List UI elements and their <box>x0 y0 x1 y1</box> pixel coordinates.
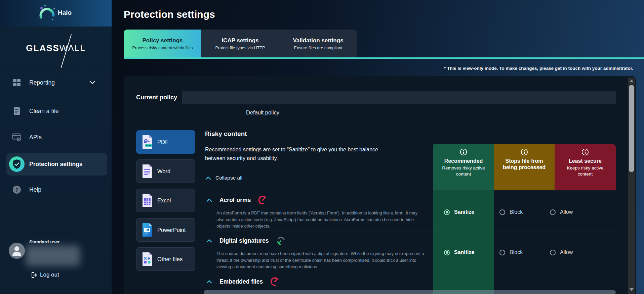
info-icon <box>581 148 589 156</box>
divider <box>204 231 616 231</box>
column-header-block: Stops file from being processed <box>494 144 555 190</box>
tab-icap-settings[interactable]: ICAP settings Protect file types via HTT… <box>201 30 279 58</box>
risky-content-heading: Risky content <box>205 130 247 138</box>
document-icon <box>12 106 22 116</box>
avatar <box>9 243 25 259</box>
radio-digital-signatures-allow[interactable]: Allow <box>550 249 573 255</box>
tab-policy-settings[interactable]: Policy settings Process risky content wi… <box>124 30 201 58</box>
file-type-label: Word <box>157 168 170 175</box>
radio-label: Sanitize <box>454 209 474 215</box>
chevron-up-icon[interactable] <box>206 239 212 243</box>
sidebar: Halo GLASSWALL Reporting <box>0 0 112 294</box>
glasswall-logo: GLASSWALL <box>0 43 112 53</box>
file-type-word[interactable]: Word <box>136 159 195 183</box>
file-type-other-files[interactable]: Other files <box>136 247 195 271</box>
column-title: Recommended <box>433 158 494 164</box>
radio-icon <box>499 250 505 255</box>
view-only-note: * This is view-only mode. To make change… <box>112 66 633 71</box>
tab-label: Validation settings <box>293 37 343 44</box>
file-type-label: PowerPoint <box>157 227 186 233</box>
section-description: The source document may have been signed… <box>216 250 425 270</box>
section-title: Embedded files <box>219 278 263 285</box>
radio-label: Allow <box>560 209 573 215</box>
powerpoint-file-icon <box>141 223 153 237</box>
sidebar-item-label: Reporting <box>29 79 55 86</box>
chevron-up-icon[interactable] <box>206 198 212 202</box>
scrollbar-up-arrow[interactable] <box>630 80 634 82</box>
tab-validation-settings[interactable]: Validation settings Ensure files are com… <box>279 30 357 58</box>
radio-selected-icon <box>444 250 450 255</box>
radio-icon <box>550 209 556 215</box>
risky-content-intro: Recommended settings are set to “Sanitiz… <box>205 145 378 163</box>
column-title: Stops file from being processed <box>494 158 555 170</box>
info-icon <box>521 148 528 156</box>
pdf-file-icon: PDF <box>141 135 153 149</box>
word-file-icon <box>141 164 153 178</box>
column-header-least-secure: Least secure Keeps risky active content <box>555 144 616 190</box>
sidebar-item-label: APIs <box>29 134 42 141</box>
sidebar-item-help[interactable]: ? Help <box>0 180 112 199</box>
sidebar-item-reporting[interactable]: Reporting <box>0 73 112 92</box>
chevron-up-icon <box>205 176 211 180</box>
policy-select[interactable]: Default policy <box>182 91 616 104</box>
sidebar-item-apis[interactable]: </> APIs <box>0 128 112 147</box>
radio-selected-icon <box>444 209 450 215</box>
intro-line-1: Recommended settings are set to “Sanitiz… <box>205 145 378 154</box>
glasswall-logo-bold: GLASS <box>26 43 59 53</box>
horizontal-scrollbar[interactable] <box>204 290 616 294</box>
svg-text:PDF: PDF <box>146 144 151 147</box>
logout-button[interactable]: Log out <box>31 272 59 278</box>
risk-high-gauge-icon <box>258 196 267 205</box>
risk-low-gauge-icon <box>276 236 285 245</box>
product-name: Halo <box>58 9 72 16</box>
radio-acroforms-allow[interactable]: Allow <box>550 209 573 215</box>
collapse-all-label: Collapse all <box>215 175 242 181</box>
username-redacted <box>26 245 80 266</box>
file-type-excel[interactable]: Excel <box>136 189 195 212</box>
collapse-all-button[interactable]: Collapse all <box>205 175 242 181</box>
radio-digital-signatures-sanitize[interactable]: Sanitize <box>444 249 474 255</box>
radio-digital-signatures-block[interactable]: Block <box>499 249 523 255</box>
chevron-up-icon[interactable] <box>206 280 212 284</box>
sidebar-item-label: Clean a file <box>29 108 59 115</box>
section-digital-signatures-header: Digital signatures <box>206 236 285 245</box>
svg-text:</>: </> <box>14 137 18 139</box>
file-type-powerpoint[interactable]: PowerPoint <box>136 218 195 242</box>
column-subtitle: Removes risky active content <box>433 165 494 177</box>
main-area: Protection settings Policy settings Proc… <box>112 0 644 294</box>
halo-logo-icon <box>38 4 56 22</box>
chevron-down-icon[interactable] <box>89 81 95 84</box>
radio-label: Allow <box>560 249 573 255</box>
excel-file-icon <box>141 194 153 207</box>
radio-label: Block <box>510 209 523 215</box>
person-icon <box>9 243 25 259</box>
section-embedded-files-header: Embedded files <box>206 277 279 286</box>
radio-label: Sanitize <box>454 249 474 255</box>
sidebar-item-label: Help <box>29 186 41 193</box>
tab-label: ICAP settings <box>222 37 258 44</box>
user-role-label: Standard user <box>29 239 60 244</box>
radio-acroforms-sanitize[interactable]: Sanitize <box>444 209 474 215</box>
sidebar-item-clean-a-file[interactable]: Clean a file <box>0 102 112 120</box>
logout-label: Log out <box>40 272 59 278</box>
tab-label: Policy settings <box>143 37 183 44</box>
tab-sublabel: Protect file types via HTTP <box>215 46 265 50</box>
page-title: Protection settings <box>124 9 215 20</box>
risk-high-gauge-icon <box>270 277 279 286</box>
tab-bar: Policy settings Process risky content wi… <box>124 30 357 58</box>
column-header-recommended: Recommended Removes risky active content <box>433 144 494 190</box>
svg-text:?: ? <box>15 187 18 193</box>
file-type-label: PDF <box>157 139 168 145</box>
scrollbar-thumb[interactable] <box>629 85 634 172</box>
section-title: AcroForms <box>219 197 251 204</box>
intro-line-2: between security and usability. <box>205 154 378 163</box>
current-policy-label: Current policy <box>136 94 177 101</box>
radio-label: Block <box>510 249 523 255</box>
file-type-pdf[interactable]: PDF PDF <box>136 130 195 154</box>
divider <box>136 117 616 117</box>
scrollbar-down-arrow[interactable] <box>630 288 634 291</box>
radio-acroforms-block[interactable]: Block <box>499 209 523 215</box>
divider <box>204 272 616 272</box>
settings-panel: Current policy Default policy PDF PDF <box>124 76 636 294</box>
section-title: Digital signatures <box>219 237 269 244</box>
